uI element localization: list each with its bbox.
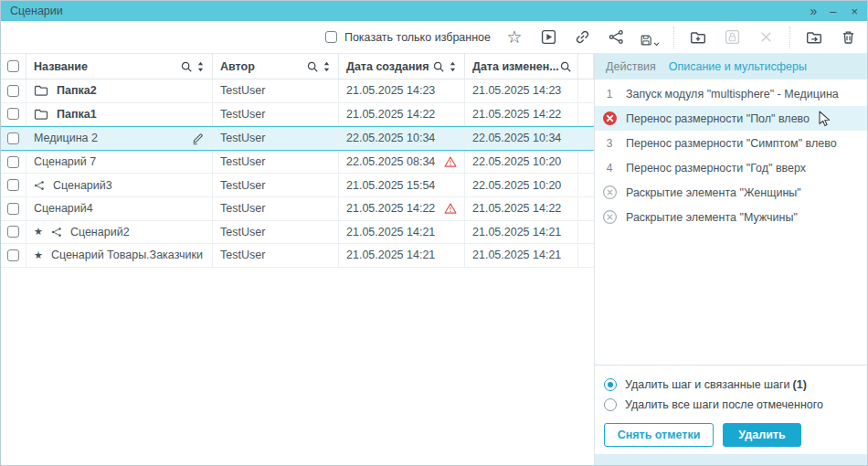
table-row[interactable]: ★Сценарий Товары.Заказчики TestUser 21.0… — [1, 244, 594, 268]
actions-list: 1 Запуск модуля "multisphere" - Медицина… — [595, 79, 867, 365]
row-modified: 21.05.2025 14:23 — [465, 79, 578, 102]
move-to-folder-button[interactable] — [804, 27, 824, 48]
panel-footer-strip — [595, 454, 867, 465]
row-name: Сценарий3 — [53, 179, 112, 192]
step-number: 4 — [600, 162, 619, 175]
share-button[interactable] — [606, 27, 626, 48]
row-checkbox[interactable] — [7, 85, 19, 97]
title-bar: Сценарии » – × — [1, 1, 867, 21]
shared-icon — [34, 180, 45, 191]
collapse-window-button[interactable]: » — [810, 5, 815, 17]
new-folder-button[interactable] — [688, 27, 708, 48]
select-all-checkbox[interactable] — [7, 60, 19, 72]
search-icon[interactable] — [306, 60, 319, 73]
panel-tabs: Действия Описание и мультисферы — [595, 54, 867, 79]
table-row[interactable]: Папка2 TestUser 21.05.2025 14:23 21.05.2… — [1, 79, 594, 103]
sort-icon[interactable] — [449, 60, 457, 73]
column-header-author: Автор — [220, 60, 306, 73]
favorites-filter[interactable]: Показать только избранное — [325, 31, 491, 44]
row-author: TestUser — [213, 197, 339, 220]
x-mark-icon — [759, 30, 773, 44]
row-modified: 22.05.2025 10:20 — [465, 174, 578, 196]
delete-option-after[interactable]: Удалить все шаги после отмеченного — [604, 395, 858, 415]
remove-share-button — [756, 27, 776, 48]
toolbar-separator — [789, 26, 790, 48]
folder-export-icon — [806, 29, 822, 46]
table-row[interactable]: Сценарий4 TestUser 21.05.2025 14:22 21.0… — [1, 197, 594, 221]
minimize-button[interactable]: – — [830, 5, 836, 17]
tab-actions[interactable]: Действия — [606, 60, 656, 73]
action-step[interactable]: 3 Перенос размерности "Симптом" влево — [595, 131, 867, 155]
table-header: Название Автор Дата создания Дата измене… — [1, 54, 594, 79]
row-checkbox[interactable] — [7, 203, 19, 215]
search-icon[interactable] — [559, 60, 572, 73]
excluded-step-icon — [602, 185, 618, 200]
tab-description-multispheres[interactable]: Описание и мультисферы — [669, 60, 807, 73]
table-row[interactable]: ★Сценарий2 TestUser 21.05.2025 14:21 21.… — [1, 221, 594, 245]
radio-checked-icon[interactable] — [604, 378, 617, 391]
row-name: Папка2 — [57, 84, 97, 97]
run-scenario-button[interactable] — [538, 27, 558, 48]
action-step[interactable]: 1 Запуск модуля "multisphere" - Медицина — [595, 81, 867, 106]
row-created: 21.05.2025 14:21 — [346, 226, 435, 238]
shared-icon — [51, 227, 62, 238]
action-step-excluded[interactable]: Раскрытие элемента "Мужчины" — [595, 205, 867, 229]
row-modified: 21.05.2025 14:22 — [465, 197, 578, 220]
table-row-selected[interactable]: Медицина 2 TestUser 22.05.2025 10:34 22.… — [1, 126, 594, 151]
step-label: Перенос размерности "Симптом" влево — [626, 137, 837, 150]
action-step-excluded[interactable]: Раскрытие элемента "Женщины" — [595, 180, 867, 205]
warning-icon — [444, 202, 457, 215]
close-button[interactable]: × — [851, 5, 858, 17]
column-header-name: Название — [34, 60, 180, 73]
row-checkbox[interactable] — [7, 179, 19, 191]
delete-options-section: Удалить шаг и связанные шаги(1) Удалить … — [595, 365, 867, 454]
search-icon[interactable] — [180, 60, 193, 73]
delete-scenario-button[interactable] — [838, 27, 858, 48]
favorites-checkbox[interactable] — [325, 31, 337, 43]
sort-icon[interactable] — [323, 60, 331, 73]
favorite-star-icon: ★ — [34, 227, 43, 237]
clear-marks-button[interactable]: Снять отметки — [604, 423, 714, 447]
row-author: TestUser — [213, 79, 339, 102]
table-row[interactable]: Сценарий 7 TestUser 22.05.2025 08:34 22.… — [1, 151, 594, 175]
delete-steps-button[interactable]: Удалить — [723, 423, 801, 447]
sort-icon[interactable] — [196, 60, 205, 73]
row-checkbox[interactable] — [7, 249, 19, 261]
copy-link-button[interactable] — [572, 27, 592, 48]
folder-icon — [34, 107, 48, 122]
lock-box-icon — [725, 29, 740, 45]
row-name: Сценарий 7 — [34, 155, 96, 168]
table-row[interactable]: Папка1 TestUser 21.05.2025 14:22 21.05.2… — [1, 103, 594, 127]
toolbar: Показать только избранное ☆ — [1, 21, 867, 54]
action-step-marked[interactable]: Перенос размерности "Пол" влево — [595, 106, 867, 131]
step-label: Раскрытие элемента "Женщины" — [626, 186, 801, 199]
remove-step-icon[interactable] — [602, 111, 618, 126]
step-label: Перенос размерности "Пол" влево — [626, 112, 810, 125]
row-name: Сценарий2 — [70, 226, 130, 238]
radio-unchecked-icon[interactable] — [604, 398, 617, 411]
row-created: 22.05.2025 08:34 — [346, 155, 435, 168]
folder-icon — [34, 83, 48, 98]
favorite-button[interactable]: ☆ — [504, 27, 524, 48]
row-created: 21.05.2025 15:54 — [346, 179, 435, 192]
table-row[interactable]: Сценарий3 TestUser 21.05.2025 15:54 22.0… — [1, 174, 594, 197]
row-checkbox[interactable] — [7, 108, 19, 120]
row-checkbox[interactable] — [7, 226, 19, 238]
step-label: Перенос размерности "Год" вверх — [626, 162, 806, 175]
lock-button — [722, 27, 742, 48]
column-header-modified: Дата изменен... — [472, 60, 559, 73]
edit-pencil-icon[interactable] — [191, 132, 205, 145]
chevron-down-icon — [653, 40, 660, 48]
column-header-created: Дата создания — [346, 60, 432, 73]
row-author: TestUser — [213, 174, 339, 196]
save-button[interactable] — [640, 27, 660, 48]
folder-plus-icon — [690, 29, 706, 46]
favorites-label: Показать только избранное — [344, 31, 491, 44]
warning-icon — [444, 155, 457, 168]
action-step[interactable]: 4 Перенос размерности "Год" вверх — [595, 155, 867, 180]
delete-option-linked[interactable]: Удалить шаг и связанные шаги(1) — [604, 375, 858, 395]
row-checkbox[interactable] — [7, 132, 19, 144]
share-icon — [609, 29, 624, 45]
row-checkbox[interactable] — [7, 156, 19, 168]
search-icon[interactable] — [432, 60, 445, 73]
